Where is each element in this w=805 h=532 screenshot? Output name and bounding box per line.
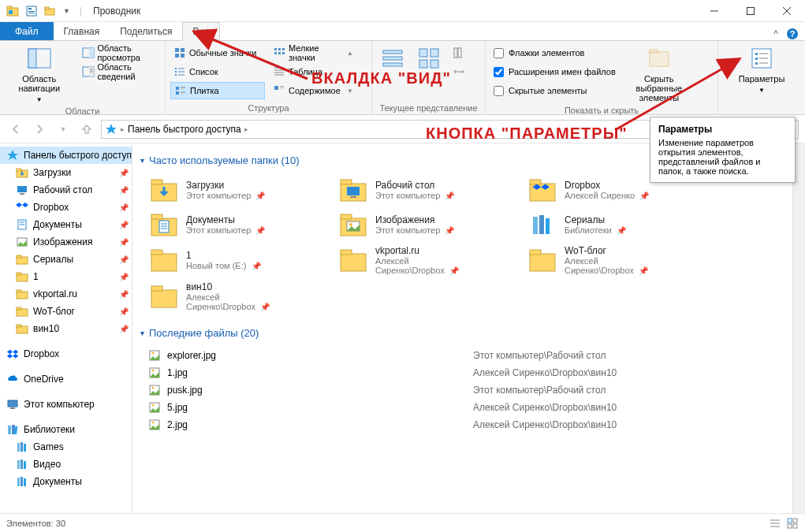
ribbon-group-show-label: Показать и скрыть [490,104,713,115]
layout-details[interactable]: Таблица [270,63,356,80]
svg-marker-71 [106,124,117,134]
layout-content[interactable]: Содержимое▼ [270,82,356,99]
sidebar-item[interactable]: WoT-блог📌 [0,303,132,320]
minimize-button[interactable] [696,0,732,22]
svg-rect-6 [28,13,35,13]
tab-home[interactable]: Главная [54,22,110,40]
folder-item[interactable]: вин10Алексей Сиренко\Dropbox 📌 [148,280,306,313]
svg-rect-56 [430,49,438,57]
sidebar-item[interactable]: Изображения📌 [0,233,132,251]
sidebar-item[interactable]: Загрузки📌 [0,164,132,181]
sidebar-item[interactable]: vkportal.ru📌 [0,285,132,303]
svg-rect-149 [788,524,792,528]
sidebar-library-item[interactable]: Games [0,438,132,456]
tab-file[interactable]: Файл [0,22,54,40]
svg-rect-129 [341,250,352,255]
sidebar-library-item[interactable]: Видео [0,456,132,473]
qat-properties-icon[interactable] [25,5,38,17]
navigation-pane-button[interactable]: Область навигации ▼ [5,44,74,105]
svg-rect-102 [17,478,20,486]
breadcrumb-root[interactable]: Панель быстрого доступа [128,124,241,135]
up-button[interactable] [77,120,96,139]
add-columns-button[interactable] [449,44,468,61]
hidden-items-toggle[interactable]: Скрытые элементы [490,82,619,99]
scrollbar[interactable] [792,143,805,513]
svg-rect-57 [419,60,427,68]
svg-rect-131 [530,250,541,255]
file-row[interactable]: explorer.jpgЭтот компьютер\Рабочий стол [140,347,797,364]
layout-medium-icons[interactable]: Обычные значки [170,44,265,61]
qat-newfolder-icon[interactable] [44,5,57,17]
sidebar-item[interactable]: Dropbox📌 [0,199,132,216]
folder-item[interactable]: WoT-блогАлексей Сиренко\Dropbox 📌 [527,244,684,277]
sidebar-dropbox[interactable]: Dropbox [0,345,132,363]
preview-pane-button[interactable]: Область просмотра [79,44,160,61]
recent-files-header[interactable]: ▾ Последние файлы (20) [140,327,797,339]
folder-item[interactable]: ДокументыЭтот компьютер 📌 [148,209,306,240]
sidebar-onedrive[interactable]: OneDrive [0,370,132,388]
svg-rect-148 [793,519,797,523]
download-icon [150,176,178,204]
svg-rect-53 [383,57,402,60]
folder-item[interactable]: СериалыБиблиотеки 📌 [527,209,684,240]
size-columns-button[interactable] [449,63,468,80]
main-content: ▾ Часто используемые папки (10) Загрузки… [132,143,805,513]
svg-rect-4 [28,8,32,9]
options-button[interactable]: Параметры ▼ [736,44,788,95]
back-button[interactable] [6,120,25,139]
sort-by-button[interactable] [377,44,408,73]
navigation-sidebar[interactable]: Панель быстрого доступа Загрузки📌Рабочий… [0,143,132,513]
svg-rect-5 [28,11,35,12]
item-checkboxes-toggle[interactable]: Флажки элементов [490,44,619,61]
sidebar-library-item[interactable]: Документы [0,473,132,490]
details-view-toggle[interactable] [769,517,781,530]
sidebar-item[interactable]: 1📌 [0,268,132,285]
history-dropdown[interactable]: ▼ [54,120,73,139]
svg-rect-31 [175,74,177,76]
svg-rect-132 [151,290,177,307]
collapse-ribbon-icon[interactable]: ^ [773,28,778,39]
sidebar-quick-access[interactable]: Панель быстрого доступа [0,147,132,164]
close-button[interactable] [769,0,805,22]
file-row[interactable]: pusk.jpgЭтот компьютер\Рабочий стол [140,381,797,399]
download-icon [16,166,28,179]
layout-list[interactable]: Список [170,63,265,80]
folder-item[interactable]: vkportal.ruАлексей Сиренко\Dropbox 📌 [337,244,495,277]
file-row[interactable]: 2.jpgАлексей Сиренко\Dropbox\вин10 [140,416,797,433]
folder-item[interactable]: Рабочий столЭтот компьютер 📌 [337,174,495,206]
help-icon[interactable]: ? [786,28,799,40]
svg-point-139 [152,387,155,389]
group-by-button[interactable] [413,44,445,73]
sidebar-item[interactable]: вин10📌 [0,320,132,337]
pin-icon: 📌 [119,203,129,212]
svg-rect-99 [17,460,20,469]
folder-icon [528,246,557,274]
pin-icon: 📌 [119,238,129,247]
layout-small-icons[interactable]: Мелкие значки▲ [270,44,356,61]
sidebar-this-pc[interactable]: Этот компьютер [0,396,132,413]
forward-button[interactable] [30,120,49,139]
file-extensions-toggle[interactable]: Расширения имен файлов [490,63,619,80]
sidebar-item[interactable]: Документы📌 [0,216,132,233]
maximize-button[interactable] [732,0,769,22]
window-title: Проводник [85,6,140,17]
svg-rect-16 [28,49,36,68]
sidebar-item[interactable]: Сериалы📌 [0,251,132,268]
sidebar-item[interactable]: Рабочий стол📌 [0,181,132,199]
svg-rect-25 [175,54,179,58]
qat-dropdown-icon[interactable]: ▼ [63,7,70,15]
quick-access-icon [105,123,117,136]
icons-view-toggle[interactable] [786,517,799,530]
file-row[interactable]: 1.jpgАлексей Сиренко\Dropbox\вин10 [140,364,797,381]
file-row[interactable]: 5.jpgАлексей Сиренко\Dropbox\вин10 [140,399,797,416]
tab-share[interactable]: Поделиться [110,22,182,40]
folder-item[interactable]: 1Новый том (E:) 📌 [148,244,306,277]
folder-item[interactable]: ЗагрузкиЭтот компьютер 📌 [148,174,306,206]
hide-selected-button[interactable]: Скрыть выбранные элементы [624,44,695,104]
tab-view[interactable]: Вид [182,22,220,41]
sidebar-libraries[interactable]: Библиотеки [0,421,132,438]
layout-tiles[interactable]: Плитка [170,82,265,99]
details-pane-button[interactable]: Область сведений [79,63,160,80]
folder-icon [16,305,28,318]
folder-item[interactable]: ИзображенияЭтот компьютер 📌 [337,209,495,240]
